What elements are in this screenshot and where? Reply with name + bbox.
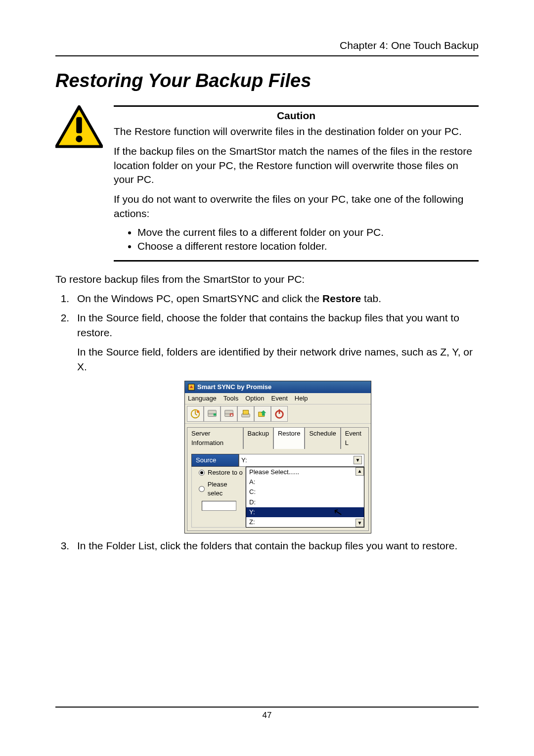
titlebar-text: Smart SYNC by Promise xyxy=(197,383,271,392)
step-2-text-b: In the Source field, folders are identif… xyxy=(77,345,479,374)
menubar: Language Tools Option Event Help xyxy=(185,393,371,404)
step-1: On the Windows PC, open SmartSYNC and cl… xyxy=(72,291,479,306)
source-value: Y: xyxy=(241,456,247,465)
titlebar[interactable]: Smart SYNC by Promise xyxy=(185,381,371,393)
radio-please-select[interactable]: Please selec xyxy=(192,479,245,499)
radio-label: Please selec xyxy=(208,480,243,498)
dropdown-option-a[interactable]: A: xyxy=(246,477,364,487)
toolbar xyxy=(185,404,371,424)
page-title: Restoring Your Backup Files xyxy=(55,70,479,91)
chapter-header: Chapter 4: One Touch Backup xyxy=(55,40,479,56)
radio-group: Restore to o Please selec xyxy=(191,467,246,528)
toolbar-map-drive-icon[interactable] xyxy=(204,406,221,422)
scrollbar[interactable]: ▲ ▼ xyxy=(356,467,364,527)
dropdown-option-y[interactable]: Y: xyxy=(246,507,364,517)
svg-rect-13 xyxy=(243,410,249,414)
svg-rect-1 xyxy=(76,117,82,133)
caution-body: Caution The Restore function will overwr… xyxy=(114,105,479,262)
restore-tab-content: Source Y: ▼ Restore to o xyxy=(187,448,369,531)
dropdown-option-c[interactable]: C: xyxy=(246,487,364,497)
caution-paragraph-3: If you do not want to overwrite the file… xyxy=(114,192,479,221)
step-3-text: In the Folder List, click the folders th… xyxy=(77,540,457,551)
caution-bullet: Move the current files to a different fo… xyxy=(137,226,479,238)
source-row: Source Y: ▼ xyxy=(191,454,364,467)
tab-server-information[interactable]: Server Information xyxy=(187,427,243,448)
toolbar-open-share-icon[interactable] xyxy=(237,406,254,422)
step-1-bold: Restore xyxy=(322,293,361,304)
tab-schedule[interactable]: Schedule xyxy=(305,427,340,448)
tab-event-log[interactable]: Event L xyxy=(341,427,369,448)
menu-option[interactable]: Option xyxy=(245,394,264,403)
svg-point-2 xyxy=(76,135,82,142)
scroll-down-icon[interactable]: ▼ xyxy=(356,519,364,527)
step-1-text-post: tab. xyxy=(361,293,381,304)
app-icon xyxy=(188,384,195,391)
caution-paragraph-2: If the backup files on the SmartStor mat… xyxy=(114,144,479,186)
step-2-text-a: In the Source field, choose the folder t… xyxy=(77,311,479,340)
smart-sync-screenshot: Smart SYNC by Promise Language Tools Opt… xyxy=(77,381,479,534)
menu-language[interactable]: Language xyxy=(188,394,217,403)
toolbar-browser-icon[interactable] xyxy=(254,406,271,422)
options-area: Restore to o Please selec Please Select.… xyxy=(191,467,364,528)
caution-icon xyxy=(55,105,103,149)
toolbar-unmap-drive-icon[interactable] xyxy=(221,406,237,422)
toolbar-server-icon[interactable] xyxy=(187,406,204,422)
caution-list: Move the current files to a different fo… xyxy=(114,226,479,252)
radio-restore-original[interactable]: Restore to o xyxy=(192,467,245,479)
tab-bar: Server Information Backup Restore Schedu… xyxy=(185,424,371,448)
menu-help[interactable]: Help xyxy=(295,394,308,403)
source-dropdown-list[interactable]: Please Select...... A: C: D: Y: Z: ▲ ▼ xyxy=(246,467,364,528)
svg-rect-10 xyxy=(225,410,233,414)
radio-icon xyxy=(199,470,205,476)
page-number: 47 xyxy=(55,707,479,720)
dropdown-placeholder[interactable]: Please Select...... xyxy=(246,467,364,477)
menu-event[interactable]: Event xyxy=(271,394,288,403)
destination-input[interactable] xyxy=(202,501,236,511)
step-3: In the Folder List, click the folders th… xyxy=(72,538,479,553)
caution-bullet: Choose a different restore location fold… xyxy=(137,240,479,252)
intro-text: To restore backup files from the SmartSt… xyxy=(55,273,479,285)
svg-rect-8 xyxy=(214,413,217,416)
radio-label: Restore to o xyxy=(208,468,243,477)
scroll-up-icon[interactable]: ▲ xyxy=(356,467,364,476)
step-1-text-pre: On the Windows PC, open SmartSYNC and cl… xyxy=(77,293,322,304)
source-label: Source xyxy=(191,454,239,467)
svg-point-5 xyxy=(197,410,200,413)
step-2: In the Source field, choose the folder t… xyxy=(72,311,479,534)
tab-restore[interactable]: Restore xyxy=(273,427,305,448)
steps-list: On the Windows PC, open SmartSYNC and cl… xyxy=(55,291,479,553)
dropdown-option-z[interactable]: Z: xyxy=(246,517,364,527)
caution-heading: Caution xyxy=(114,110,479,122)
caution-block: Caution The Restore function will overwr… xyxy=(55,105,479,262)
radio-icon xyxy=(199,486,205,492)
tab-backup[interactable]: Backup xyxy=(243,427,273,448)
chevron-down-icon[interactable]: ▼ xyxy=(354,456,362,464)
menu-tools[interactable]: Tools xyxy=(223,394,238,403)
source-dropdown[interactable]: Y: ▼ xyxy=(239,454,364,467)
toolbar-power-icon[interactable] xyxy=(271,406,288,422)
document-page: Chapter 4: One Touch Backup Restoring Yo… xyxy=(0,0,534,756)
dropdown-option-d[interactable]: D: xyxy=(246,497,364,507)
caution-paragraph-1: The Restore function will overwrite file… xyxy=(114,125,479,138)
smart-sync-window: Smart SYNC by Promise Language Tools Opt… xyxy=(184,381,371,534)
svg-rect-15 xyxy=(279,409,280,414)
svg-rect-7 xyxy=(208,410,217,414)
